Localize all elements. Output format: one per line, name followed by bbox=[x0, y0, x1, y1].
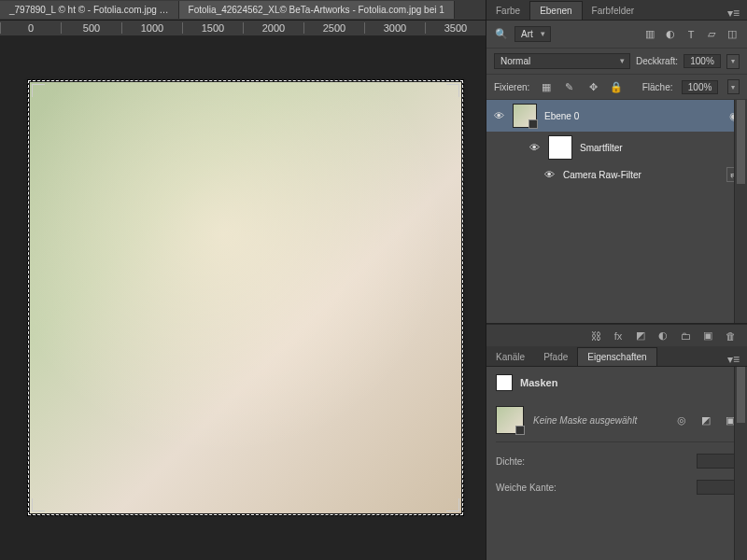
properties-scrollbar[interactable] bbox=[734, 367, 747, 560]
properties-panel-body: Masken Keine Maske ausgewählt ◎ ◩ ▣ Dich… bbox=[486, 367, 747, 560]
camera-raw-label[interactable]: Camera Raw-Filter bbox=[563, 170, 719, 180]
feather-label: Weiche Kante: bbox=[496, 483, 571, 493]
panel-menu-icon[interactable]: ▾≡ bbox=[720, 353, 747, 366]
blend-mode-row: Normal Deckkraft: 100% ▾ bbox=[486, 49, 747, 75]
layers-panel-footer: ⛓ fx ◩ ◐ 🗀 ▣ 🗑 bbox=[486, 324, 747, 346]
document-tab-active[interactable]: Fotolia_42624562_XL© BeTa-Artworks - Fot… bbox=[179, 1, 455, 19]
mask-select-icon[interactable]: ◎ bbox=[674, 413, 689, 427]
filter-type-icon[interactable]: T bbox=[684, 27, 698, 42]
add-pixel-mask-icon[interactable]: ◩ bbox=[698, 413, 713, 427]
lock-label: Fixieren: bbox=[494, 82, 529, 92]
density-value[interactable] bbox=[697, 454, 738, 469]
layer-row-ebene0[interactable]: 👁 Ebene 0 ◉ bbox=[486, 100, 747, 132]
smartfilter-label: Smartfilter bbox=[580, 143, 741, 153]
lock-brush-icon[interactable]: ✎ bbox=[562, 79, 576, 94]
filter-adjust-icon[interactable]: ◐ bbox=[663, 27, 678, 42]
new-group-icon[interactable]: 🗀 bbox=[678, 329, 693, 343]
layer-thumbnail[interactable] bbox=[513, 104, 537, 128]
canvas-image[interactable] bbox=[30, 82, 461, 513]
blend-mode-dropdown[interactable]: Normal bbox=[494, 53, 630, 69]
fill-value[interactable]: 100% bbox=[682, 80, 717, 94]
layer-row-smartfilter[interactable]: 👁 Smartfilter bbox=[486, 132, 747, 163]
properties-panel-tabs: Kanäle Pfade Eigenschaften ▾≡ bbox=[486, 346, 747, 367]
horizontal-ruler: 0500100015002000250030003500 bbox=[0, 21, 486, 35]
visibility-toggle[interactable]: 👁 bbox=[528, 142, 541, 153]
opacity-label: Deckkraft: bbox=[636, 56, 678, 66]
tab-ebenen[interactable]: Ebenen bbox=[529, 1, 582, 20]
filter-type-dropdown[interactable]: Art bbox=[514, 26, 551, 42]
fill-label: Fläche: bbox=[642, 82, 673, 92]
search-icon: 🔍 bbox=[494, 27, 509, 42]
lock-all-icon[interactable]: 🔒 bbox=[610, 79, 624, 94]
layer-name[interactable]: Ebene 0 bbox=[544, 111, 719, 121]
layer-list: 👁 Ebene 0 ◉ 👁 Smartfilter 👁 Camera Raw-F… bbox=[486, 100, 747, 324]
visibility-toggle[interactable]: 👁 bbox=[543, 169, 556, 180]
new-layer-icon[interactable]: ▣ bbox=[700, 329, 715, 343]
no-mask-row: Keine Maske ausgewählt ◎ ◩ ▣ bbox=[496, 402, 738, 442]
crop-handle-br[interactable] bbox=[446, 498, 459, 511]
density-row: Dichte: bbox=[496, 454, 738, 469]
layers-filter-bar: 🔍 Art ▥ ◐ T ▱ ◫ bbox=[486, 21, 747, 49]
opacity-value[interactable]: 100% bbox=[684, 54, 721, 68]
layer-row-camera-raw[interactable]: 👁 Camera Raw-Filter ⇄ bbox=[486, 163, 747, 186]
feather-row: Weiche Kante: bbox=[496, 480, 738, 495]
selection-marquee bbox=[28, 80, 463, 515]
panels-column: Farbe Ebenen Farbfelder ▾≡ 🔍 Art ▥ ◐ T ▱… bbox=[486, 0, 747, 560]
adjustment-layer-icon[interactable]: ◐ bbox=[655, 329, 670, 343]
link-layers-icon[interactable]: ⛓ bbox=[588, 329, 603, 343]
visibility-toggle[interactable]: 👁 bbox=[492, 110, 505, 121]
mask-preview-thumbnail bbox=[496, 406, 524, 434]
lock-pixels-icon[interactable]: ▦ bbox=[539, 79, 553, 94]
crop-handle-tr[interactable] bbox=[446, 84, 459, 97]
layers-panel-tabs: Farbe Ebenen Farbfelder ▾≡ bbox=[486, 0, 747, 21]
filter-pixel-icon[interactable]: ▥ bbox=[642, 27, 657, 42]
smart-object-badge bbox=[529, 119, 538, 129]
tab-farbfelder[interactable]: Farbfelder bbox=[583, 2, 644, 20]
document-tab[interactable]: _797890_L © ht © - Fotolia.com.jpg … bbox=[0, 1, 179, 19]
lock-position-icon[interactable]: ✥ bbox=[586, 79, 600, 94]
fill-stepper[interactable]: ▾ bbox=[727, 79, 740, 94]
tab-farbe[interactable]: Farbe bbox=[486, 2, 529, 20]
no-mask-label: Keine Maske ausgewählt bbox=[533, 415, 665, 426]
delete-layer-icon[interactable]: 🗑 bbox=[723, 329, 738, 343]
filter-smart-icon[interactable]: ◫ bbox=[725, 27, 740, 42]
layer-scrollbar[interactable] bbox=[734, 100, 747, 323]
lock-row: Fixieren: ▦ ✎ ✥ 🔒 Fläche: 100% ▾ bbox=[486, 75, 747, 100]
filter-shape-icon[interactable]: ▱ bbox=[704, 27, 719, 42]
mask-mode-icon[interactable] bbox=[496, 374, 513, 391]
crop-handle-bl[interactable] bbox=[32, 498, 45, 511]
filter-mask-thumbnail[interactable] bbox=[548, 135, 572, 160]
opacity-stepper[interactable]: ▾ bbox=[726, 54, 740, 69]
tab-eigenschaften[interactable]: Eigenschaften bbox=[577, 347, 656, 366]
crop-handle-tl[interactable] bbox=[32, 84, 45, 97]
masken-title: Masken bbox=[520, 377, 557, 388]
tab-pfade[interactable]: Pfade bbox=[534, 348, 577, 366]
panel-menu-icon[interactable]: ▾≡ bbox=[720, 7, 747, 20]
layer-mask-icon[interactable]: ◩ bbox=[633, 329, 648, 343]
canvas-area[interactable] bbox=[0, 35, 486, 560]
tab-kanale[interactable]: Kanäle bbox=[486, 348, 534, 366]
feather-value[interactable] bbox=[697, 480, 738, 495]
layer-fx-icon[interactable]: fx bbox=[611, 329, 626, 343]
density-label: Dichte: bbox=[496, 456, 571, 467]
